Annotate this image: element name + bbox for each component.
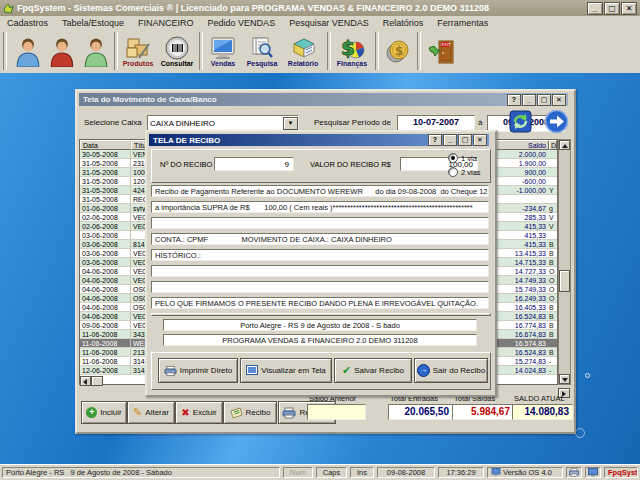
dialog-maximize-button[interactable]: ▢: [458, 134, 472, 146]
imprimir-direto-button[interactable]: Imprimir Direto: [158, 358, 238, 383]
button-label: Recibo: [246, 408, 271, 417]
button-label: Incluir: [100, 408, 121, 417]
cell-data: 31-05-2008: [80, 186, 131, 194]
visualizar-em-tela-button[interactable]: Visualizar em Tela: [240, 358, 332, 383]
plus-icon: +: [86, 407, 97, 418]
linha-conta-field[interactable]: CONTA.: CPMF MOVIMENTO DE CAIXA.: CAIXA …: [151, 233, 489, 245]
dialog-close-button[interactable]: ✕: [473, 134, 487, 146]
scroll-up-button[interactable]: [559, 140, 570, 150]
menu-item[interactable]: FINANCEIRO: [131, 18, 201, 28]
divider: [151, 313, 491, 316]
incluir-button[interactable]: + Incluir: [81, 401, 127, 424]
barcode-icon: [165, 36, 189, 60]
screen-icon: [246, 365, 258, 376]
cell-saldo: 14.727,33: [488, 267, 548, 275]
scroll-thumb[interactable]: [559, 270, 570, 292]
svg-text:$: $: [395, 44, 403, 58]
button-label: Excluir: [193, 408, 217, 417]
clients-green-button[interactable]: [80, 31, 112, 72]
vendas-button[interactable]: Vendas: [204, 31, 242, 72]
app-close-button[interactable]: ✕: [621, 2, 637, 15]
coin-button[interactable]: $: [380, 31, 416, 72]
cell-data: 03-06-2008: [80, 240, 131, 248]
status-message: Porto Alegre - RS 9 de Agosto de 2008 - …: [2, 467, 280, 478]
pesquisa-button[interactable]: Pesquisa: [243, 31, 281, 72]
scroll-left-button[interactable]: [80, 376, 91, 386]
cell-saldo: [488, 195, 548, 203]
cell-d: O: [548, 267, 557, 275]
chevron-down-icon[interactable]: ▼: [283, 117, 298, 130]
consultar-button[interactable]: Consultar: [157, 31, 197, 72]
menu-item[interactable]: Relatórios: [376, 18, 431, 28]
cell-saldo: 13.415,33: [488, 249, 548, 257]
linha-cidade-field[interactable]: Porto Alegre - RS 9 de Agosto de 2008 - …: [163, 319, 477, 331]
cell-d: O: [548, 294, 557, 302]
radio-2-vias[interactable]: 2 vias: [448, 167, 481, 177]
menu-item[interactable]: Ferramentas: [430, 18, 495, 28]
status-printer[interactable]: [566, 467, 582, 478]
dialog-help-button[interactable]: ?: [428, 134, 442, 146]
window-close-button[interactable]: ✕: [552, 94, 566, 106]
sair-do-recibo-button[interactable]: → Sair do Recibo: [414, 358, 488, 383]
cell-saldo: -1.000,00: [488, 186, 548, 194]
column-header-d[interactable]: D: [549, 140, 557, 150]
cell-data: 02-06-2008: [80, 213, 131, 221]
vertical-scrollbar[interactable]: [558, 139, 571, 385]
window-help-button[interactable]: ?: [507, 94, 521, 106]
linha-recibo-field[interactable]: Recibo de Pagamento Referente ao DOCUMEN…: [151, 185, 489, 197]
linha-historico-field[interactable]: HISTÓRICO.:: [151, 249, 489, 261]
cell-data: 31-05-2008: [80, 168, 131, 176]
toolbar: Produtos Consultar Vendas Pesquisa Relat…: [0, 30, 640, 74]
cell-data: 04-06-2008: [80, 267, 131, 275]
tela-de-recibo-dialog: TELA DE RECIBO ? _ ▢ ✕ Nº DO RECIBO 9 VA…: [145, 130, 497, 397]
dialog-minimize-button[interactable]: _: [443, 134, 457, 146]
go-button[interactable]: [544, 109, 570, 134]
total-saidas-field: 5.984,67: [452, 404, 514, 420]
radio-1-via[interactable]: 1 via: [448, 153, 477, 163]
window-minimize-button[interactable]: _: [522, 94, 536, 106]
dialog-titlebar[interactable]: TELA DE RECIBO ? _ ▢ ✕: [149, 134, 489, 146]
linha-programa-field[interactable]: PROGRAMA VENDAS & FINANCEIRO 2.0 DEMO 31…: [163, 334, 477, 346]
status-brand: FpqSystem: [604, 467, 638, 478]
status-versao-text: Versão OS 4.0: [503, 468, 552, 477]
financas-button[interactable]: $ Finanças: [331, 31, 373, 72]
salvar-recibo-button[interactable]: ✔ Salvar Recibo: [334, 358, 412, 383]
exit-button[interactable]: EXIT: [422, 31, 462, 72]
cell-data: 04-06-2008: [80, 285, 131, 293]
clients-blue-button[interactable]: [12, 31, 44, 72]
linha-importancia-field[interactable]: a importância SUPRA de R$ 100,00 ( Cem r…: [151, 201, 489, 213]
app-icon: [3, 3, 14, 14]
cell-saldo: 415,33: [488, 240, 548, 248]
linha-vazia-field[interactable]: [151, 217, 489, 229]
monitor-icon: [587, 468, 599, 477]
app-maximize-button[interactable]: ▢: [604, 2, 620, 15]
alterar-button[interactable]: ✎ Alterar: [127, 401, 175, 424]
linha-vazia-field[interactable]: [151, 265, 489, 277]
status-monitor[interactable]: [585, 467, 601, 478]
column-header-data[interactable]: Data: [80, 140, 131, 150]
excluir-button[interactable]: ✖ Excluir: [175, 401, 223, 424]
cell-d: -: [548, 357, 557, 365]
linha-vazia-field[interactable]: [151, 281, 489, 293]
window-titlebar[interactable]: Tela do Movimento de Caixa/Banco ? _ ▢ ✕: [79, 93, 568, 106]
scroll-down-button[interactable]: [559, 374, 570, 384]
linha-quitacao-field[interactable]: PELO QUE FIRMAMOS O PRESENTE RECIBO DAND…: [151, 297, 489, 309]
radio-label: 1 via: [461, 154, 477, 163]
clients-red-button[interactable]: [46, 31, 78, 72]
status-ins: Ins: [350, 467, 374, 478]
window-title: Tela do Movimento de Caixa/Banco: [83, 95, 217, 104]
blue-arrow-icon: [544, 109, 569, 134]
menu-item[interactable]: Pedido VENDAS: [201, 18, 283, 28]
menu-item[interactable]: Tabela/Estoque: [55, 18, 131, 28]
window-maximize-button[interactable]: ▢: [537, 94, 551, 106]
relatorio-button[interactable]: Relatório: [282, 31, 324, 72]
menu-item[interactable]: Pesquisar VENDAS: [282, 18, 376, 28]
refresh-button[interactable]: [507, 109, 534, 134]
app-minimize-button[interactable]: _: [587, 2, 603, 15]
recibo-button[interactable]: Recibo: [223, 401, 277, 424]
numero-recibo-field[interactable]: 9: [214, 157, 294, 171]
column-header-saldo[interactable]: Saldo: [489, 140, 549, 150]
hscroll-thumb[interactable]: [91, 376, 103, 386]
produtos-button[interactable]: Produtos: [119, 31, 157, 72]
menu-item[interactable]: Cadastros: [0, 18, 55, 28]
